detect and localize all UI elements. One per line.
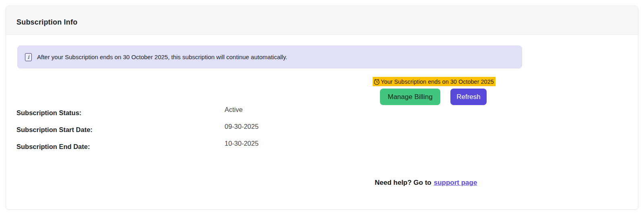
subscription-details: Subscription Status: Active Subscription… — [17, 106, 258, 157]
refresh-button[interactable]: Refresh — [450, 89, 487, 105]
subscription-start-date-label: Subscription Start Date: — [17, 123, 225, 134]
subscription-info-card: Subscription Info i After your Subscript… — [6, 6, 638, 210]
expiry-alert-text: Your Subscription ends on 30 October 202… — [381, 79, 494, 85]
info-banner: i After your Subscription ends on 30 Oct… — [17, 45, 522, 68]
support-page-link[interactable]: support page — [434, 179, 477, 186]
alarm-clock-icon — [373, 78, 380, 85]
subscription-start-date-value: 09-30-2025 — [225, 123, 258, 130]
table-row: Subscription Status: Active — [17, 106, 258, 123]
help-line: Need help? Go tosupport page — [375, 179, 477, 187]
subscription-end-date-label: Subscription End Date: — [17, 140, 225, 151]
help-text: Need help? Go to — [375, 179, 431, 186]
subscription-status-label: Subscription Status: — [17, 106, 225, 117]
manage-billing-button[interactable]: Manage Billing — [380, 89, 440, 105]
info-icon: i — [25, 53, 32, 61]
info-banner-text: After your Subscription ends on 30 Octob… — [37, 54, 287, 60]
table-row: Subscription End Date: 10-30-2025 — [17, 140, 258, 157]
action-buttons: Manage Billing Refresh — [380, 89, 487, 105]
expiry-alert-badge: Your Subscription ends on 30 October 202… — [373, 77, 495, 86]
card-header: Subscription Info — [6, 6, 638, 35]
subscription-status-value: Active — [225, 106, 243, 114]
subscription-end-date-value: 10-30-2025 — [225, 140, 258, 147]
table-row: Subscription Start Date: 09-30-2025 — [17, 123, 258, 140]
page-title: Subscription Info — [6, 6, 638, 27]
